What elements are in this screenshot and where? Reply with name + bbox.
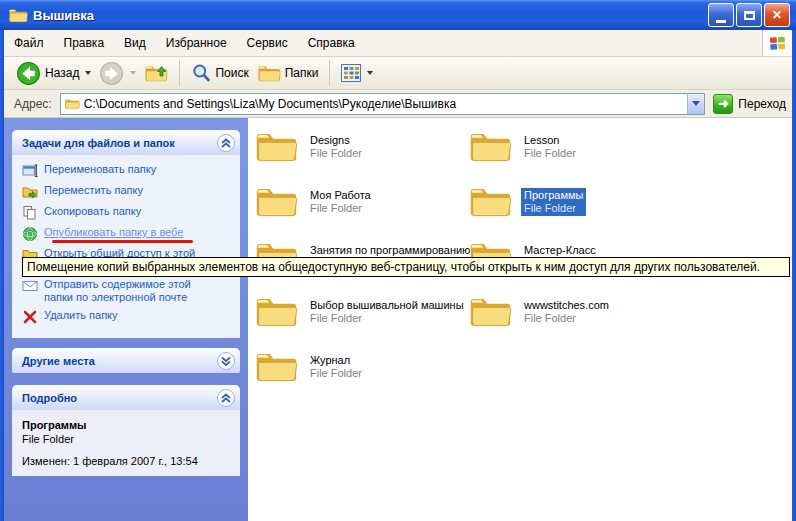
copy-folder-icon (22, 205, 38, 221)
folder-type: File Folder (524, 312, 609, 325)
menu-edit[interactable]: Правка (54, 30, 115, 56)
window-border-right (792, 0, 796, 521)
expand-button[interactable] (217, 352, 235, 370)
chevron-double-up-icon (221, 393, 231, 403)
folder-tile-zhurnal[interactable]: Журнал File Folder (254, 348, 468, 403)
details-item-modified: Изменен: 1 февраля 2007 г., 13:54 (22, 455, 230, 467)
folder-name: wwwstitches.com (524, 299, 609, 312)
address-label: Адрес: (14, 97, 52, 111)
back-icon (16, 61, 41, 86)
folder-type: File Folder (524, 147, 576, 160)
menu-favorites[interactable]: Избранное (156, 30, 237, 56)
folder-icon (468, 128, 512, 164)
forward-button[interactable] (95, 61, 140, 86)
folder-type: File Folder (310, 147, 362, 160)
folder-tile-vybor-mashiny[interactable]: Выбор вышивальной машины File Folder (254, 293, 468, 348)
folder-icon (468, 293, 512, 329)
folder-icon (254, 293, 298, 329)
close-icon: ✕ (772, 8, 782, 22)
content-area: Задачи для файлов и папок (4, 118, 792, 521)
collapse-button[interactable] (217, 389, 235, 407)
task-delete-folder[interactable]: Удалить папку (22, 309, 234, 325)
folder-tile-lesson[interactable]: Lesson File Folder (468, 128, 784, 183)
details-panel: Подробно Программы File Folder Изменен: … (12, 385, 240, 476)
tooltip: Помещение копий выбранных элементов на о… (22, 257, 790, 277)
forward-dropdown-icon (130, 71, 136, 75)
folder-name: Lesson (524, 134, 576, 147)
menu-view[interactable]: Вид (114, 30, 156, 56)
address-dropdown-button[interactable] (687, 94, 704, 114)
folder-icon (254, 183, 298, 219)
folder-type: File Folder (310, 202, 371, 215)
folders-button[interactable]: Папки (253, 63, 323, 83)
task-label: Удалить папку (44, 309, 118, 322)
menu-file[interactable]: Файл (4, 30, 54, 56)
folder-tile-designs[interactable]: Designs File Folder (254, 128, 468, 183)
address-combobox[interactable]: C:\Documents and Settings\Liza\My Docume… (60, 93, 706, 115)
chevron-down-icon (692, 101, 700, 106)
toolbar-separator (329, 60, 330, 86)
folder-type: File Folder (310, 367, 362, 380)
publish-web-icon (22, 226, 38, 242)
menu-tools[interactable]: Сервис (237, 30, 298, 56)
red-underline-annotation (52, 240, 193, 243)
move-folder-icon (22, 184, 38, 200)
maximize-button[interactable] (736, 3, 762, 27)
window-border-left (0, 0, 4, 521)
task-rename-folder[interactable]: Переименовать папку (22, 163, 234, 179)
file-tasks-title: Задачи для файлов и папок (22, 137, 175, 149)
folder-tile-wwwstitches[interactable]: wwwstitches.com File Folder (468, 293, 784, 348)
window-folder-icon[interactable] (8, 6, 28, 24)
folder-tile-moya-rabota[interactable]: Моя Работа File Folder (254, 183, 468, 238)
email-icon (22, 278, 38, 294)
up-folder-icon (144, 62, 168, 84)
toolbar-separator (179, 60, 180, 86)
menu-bar: Файл Правка Вид Избранное Сервис Справка (4, 30, 792, 57)
chevron-double-up-icon (221, 138, 231, 148)
maximize-icon (744, 11, 755, 20)
folder-name: Мастер-Класс (524, 244, 596, 257)
delete-icon (22, 309, 38, 325)
chevron-double-down-icon (221, 356, 231, 366)
minimize-button[interactable] (708, 3, 734, 27)
task-copy-folder[interactable]: Скопировать папку (22, 205, 234, 221)
task-email-folder[interactable]: Отправить содержимое этой папки по элект… (22, 278, 234, 304)
details-header[interactable]: Подробно (12, 385, 240, 410)
details-item-name: Программы (22, 419, 230, 431)
explorer-window: Вышивка ✕ Файл Правка Вид Избранное Серв… (0, 0, 796, 521)
up-button[interactable] (140, 62, 172, 84)
go-button[interactable]: ➜ (713, 94, 733, 114)
address-value[interactable]: C:\Documents and Settings\Liza\My Docume… (84, 97, 688, 111)
minimize-icon (716, 20, 726, 23)
window-title: Вышивка (33, 8, 708, 23)
close-button[interactable]: ✕ (764, 3, 790, 27)
back-button[interactable]: Назад (12, 61, 95, 86)
back-label: Назад (45, 66, 79, 80)
folder-tile-programmy-selected[interactable]: Программы File Folder (468, 183, 784, 238)
file-tasks-header[interactable]: Задачи для файлов и папок (12, 130, 240, 155)
other-places-header[interactable]: Другие места (12, 348, 240, 373)
search-button[interactable]: Поиск (187, 63, 252, 83)
windows-logo (762, 30, 792, 56)
other-places-title: Другие места (22, 355, 95, 367)
collapse-button[interactable] (217, 134, 235, 152)
folder-type: File Folder (524, 202, 583, 215)
task-label: Переместить папку (44, 184, 143, 197)
title-bar: Вышивка ✕ (0, 0, 796, 30)
task-move-folder[interactable]: Переместить папку (22, 184, 234, 200)
details-body: Программы File Folder Изменен: 1 февраля… (12, 410, 240, 476)
task-label: Скопировать папку (44, 205, 141, 218)
search-label: Поиск (215, 66, 248, 80)
task-label: Отправить содержимое этой папки по элект… (44, 278, 220, 304)
rename-folder-icon (22, 163, 38, 179)
views-dropdown-icon (367, 71, 373, 75)
other-places-panel: Другие места (12, 348, 240, 373)
folder-type: File Folder (310, 312, 464, 325)
folder-icon-selected (468, 183, 512, 219)
folder-name: Выбор вышивальной машины (310, 299, 464, 312)
menu-help[interactable]: Справка (298, 30, 365, 56)
file-tasks-panel: Задачи для файлов и папок (12, 130, 240, 338)
views-button[interactable] (337, 64, 377, 82)
folders-icon (257, 63, 281, 83)
go-arrow-icon: ➜ (718, 96, 729, 111)
